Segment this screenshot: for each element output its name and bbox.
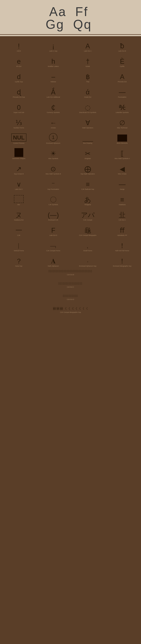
grid-cell-16: 0Super And Sub bbox=[2, 100, 36, 114]
grid-cell-32: ↗Sup Arrows B bbox=[2, 161, 36, 176]
grid-cell-56: ？Kana Sup bbox=[2, 253, 36, 268]
grid-cell-1: ¡Latin-1 Sup bbox=[36, 38, 70, 53]
grid-cell-2: ALatin Ext A bbox=[71, 38, 105, 53]
glyph-char: ↗ bbox=[16, 166, 22, 172]
grid-cell-26: Box Drawing bbox=[71, 130, 105, 145]
grid-cell-54: ﹐Small Forms bbox=[71, 238, 105, 252]
cell-label: Misc Symbols bbox=[48, 158, 58, 160]
cell-label: Enclosed CJK bbox=[48, 219, 58, 221]
glyph-char: ≡ bbox=[86, 181, 90, 188]
bottom-row-3: 丽丽丽《《《《《《《CJK Compat Ideographic Sup bbox=[2, 305, 139, 318]
cell-label: Vertical Forms bbox=[14, 250, 24, 252]
bottom-row-chars: 𫝀𫝁𫝂𫝃𫝄𫝅𫝆𫝇𫝈𫝉 bbox=[3, 294, 138, 298]
grid-cell-11: APhonetic Ext bbox=[105, 69, 140, 84]
grid-cell-22: ∀Math Operators bbox=[71, 115, 105, 130]
grid-cell-41: 〇CJK Symbols bbox=[36, 192, 70, 206]
glyph-char: ά bbox=[86, 89, 90, 96]
glyph-char: ⸱ bbox=[87, 258, 89, 264]
glyph-char: — bbox=[119, 181, 126, 188]
long-dash-glyph bbox=[83, 141, 93, 142]
glyph-char: – bbox=[51, 74, 55, 80]
grid-cell-59: ！Enclosed Ideographic Sup bbox=[105, 253, 140, 268]
glyph-char: ◀ bbox=[120, 166, 125, 172]
bottom-row-chars: 𪜀𪜁𪜂𪜃𪜄𪜅𪜆𪜇𪜈𪜉𪜊𪜋𪜌𪜍𪜎𪜏 bbox=[3, 282, 138, 286]
glyph-char: 0 bbox=[17, 104, 21, 111]
cell-label: Sup Math Operators bbox=[81, 173, 95, 175]
bottom-row-0: 𠀁𠀄𠀅𠀆𠀇𠀈𠀉𠀊𠀋𠀌𠀍𠀎𠀏𠀐𠀑𠀒𠀓𠀔𠀕𠀖𠀗𠀘𠀙𠀚𠀛𠀜𠀝𠀞𠀟CJK Ext B bbox=[2, 268, 139, 280]
grid-cell-33: ⊙Misc Math Symbols B bbox=[36, 161, 70, 176]
cell-label: Enclosed Alphanum bbox=[46, 142, 60, 144]
grid-cell-28: Geometric Shapes bbox=[2, 146, 36, 160]
grid-cell-45: (—)Enclosed CJK bbox=[36, 207, 70, 222]
cell-label: Misc Arrows bbox=[118, 173, 127, 175]
grid-cell-7: ÈCyrillic bbox=[105, 53, 140, 68]
glyph-char: ﹁ bbox=[50, 242, 57, 249]
circled-glyph: 1 bbox=[49, 133, 57, 142]
grid-cell-55: ！Half And Full Forms bbox=[105, 238, 140, 252]
cell-label: Half And Full Forms bbox=[115, 250, 129, 252]
cell-label: Box Drawing bbox=[83, 142, 92, 144]
grid-cell-23: ∅Misc Technical bbox=[105, 115, 140, 130]
cell-label: Hiragana bbox=[84, 204, 91, 206]
glyph-char: ⊙ bbox=[50, 166, 56, 172]
bottom-row-2: 𫝀𫝁𫝂𫝃𫝄𫝅𫝆𫝇𫝈𫝉CJK Ext D bbox=[2, 293, 139, 305]
glyph-char: d bbox=[17, 74, 21, 80]
grid-cell-58: ⸱Enclosed Alphanum Sup bbox=[71, 253, 105, 268]
cell-label: Kana Sup bbox=[15, 265, 22, 267]
grid-cell-5: hModifier Letters bbox=[36, 53, 70, 68]
grid-cell-57: 𝐀Math Alphanum bbox=[36, 253, 70, 268]
bottom-row-label: CJK Compat Ideographic Sup bbox=[3, 312, 138, 313]
grid-cell-25: 1Enclosed Alphanum bbox=[36, 130, 70, 145]
grid-cell-0: !ASCII bbox=[2, 38, 36, 53]
cell-label: Letterlike Symbols bbox=[116, 112, 129, 114]
glyph-char: 〇 bbox=[50, 196, 57, 203]
font-source bbox=[0, 35, 141, 36]
black-sq-glyph bbox=[14, 148, 23, 157]
glyph-grid-container: !ASCII¡Latin-1 SupALatin Ext AƀLatin Ext… bbox=[0, 36, 141, 319]
cell-label: Misc Math Symbols A bbox=[115, 158, 130, 160]
cell-label: Geometric Shapes bbox=[12, 158, 25, 160]
glyph-char: あ bbox=[84, 196, 91, 203]
cell-label: Latin Ext A bbox=[84, 50, 92, 52]
glyph-char: ◌ bbox=[85, 104, 91, 111]
cell-label: Currency Symbols bbox=[47, 112, 60, 114]
grid-cell-46: アパCJK Compat bbox=[71, 207, 105, 222]
glyph-char: アパ bbox=[81, 212, 95, 218]
glyph-char: ？ bbox=[15, 258, 22, 264]
cell-label: Latin Ext B bbox=[118, 50, 126, 52]
cell-label: Alphabetic PF bbox=[117, 234, 127, 236]
cell-label: Misc Math Symbols B bbox=[46, 173, 61, 175]
cell-label: Enclosed Alphanum Sup bbox=[79, 265, 96, 267]
glyph-char: A bbox=[120, 74, 125, 80]
glyph-char: — bbox=[119, 89, 126, 96]
cell-label: CJK Compat Ideographs bbox=[79, 234, 96, 236]
cell-label: CJK bbox=[17, 234, 20, 236]
glyph-char: 龜 bbox=[84, 227, 91, 234]
glyph-char: ƀ bbox=[120, 43, 124, 50]
grid-cell-35: ◀Misc Arrows bbox=[105, 161, 140, 176]
grid-cell-29: ☀Misc Symbols bbox=[36, 146, 70, 160]
grid-cell-44: ヌKatakana Ext bbox=[2, 207, 36, 222]
cell-label: Latin-1 Sup bbox=[49, 50, 57, 52]
glyph-char: ⨁ bbox=[84, 166, 91, 172]
bottom-row-label: CJK Ext C bbox=[3, 286, 138, 288]
grid-cell-43: ≡Katakana bbox=[105, 192, 140, 206]
glyph-char: È bbox=[120, 58, 125, 65]
grid-cell-36: ∨Latin Ext C bbox=[2, 176, 36, 191]
cell-label: Greek Ext bbox=[84, 96, 91, 98]
grid-cell-42: あHiragana bbox=[71, 192, 105, 206]
cell-label: Number Forms bbox=[13, 127, 24, 129]
bottom-row-chars: 丽丽丽《《《《《《《 bbox=[3, 306, 138, 311]
cell-label: Block Elements bbox=[117, 142, 128, 144]
cell-label: Misc Technical bbox=[117, 127, 127, 129]
cell-label: Greek bbox=[86, 66, 90, 68]
cell-label: Latin Ext Additional bbox=[46, 96, 60, 98]
dashed-rect-glyph bbox=[14, 195, 24, 203]
glyph-char: ℀ bbox=[119, 104, 126, 111]
grid-cell-18: ◌Diacriticals For Symbols bbox=[71, 100, 105, 114]
cell-label: CJK Radicals Sup bbox=[81, 188, 94, 190]
glyph-char: ≡ bbox=[120, 196, 124, 203]
glyph-char: ɖ bbox=[17, 89, 21, 96]
cell-label: Arrows bbox=[51, 127, 56, 129]
glyph-char: † bbox=[86, 58, 90, 65]
